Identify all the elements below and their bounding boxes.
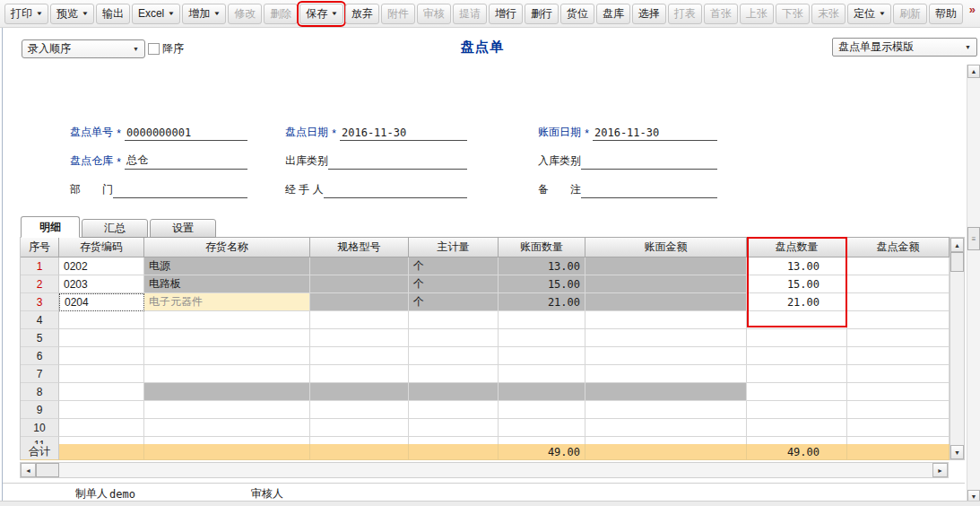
cell-spec[interactable] — [310, 311, 409, 329]
tab-detail[interactable]: 明细 — [21, 216, 80, 238]
cell-book_qty[interactable] — [499, 329, 585, 347]
toolbar-export-button[interactable]: 输出 — [96, 4, 130, 24]
cell-code[interactable]: 0202 — [59, 257, 144, 275]
toolbar-abandon-button[interactable]: 放弃 — [345, 4, 379, 24]
grid-vscroll-track[interactable] — [950, 272, 964, 445]
toolbar-save-button[interactable]: 保存▼ — [299, 4, 343, 24]
cell-code[interactable]: 0203 — [59, 275, 144, 293]
memo-input[interactable] — [581, 196, 717, 198]
cell-name[interactable] — [144, 401, 310, 419]
cell-unit[interactable] — [409, 347, 499, 365]
cell-count_qty[interactable]: 15.00 — [747, 275, 847, 293]
scroll-left-icon[interactable]: ◄ — [21, 463, 36, 477]
cell-count_amount[interactable] — [847, 293, 950, 311]
count-date-input[interactable]: 2016-11-30 — [340, 126, 467, 141]
cell-count_qty[interactable] — [747, 383, 847, 401]
cell-count_qty[interactable] — [747, 401, 847, 419]
cell-code[interactable] — [59, 365, 144, 383]
cell-count_amount[interactable] — [847, 329, 950, 347]
cell-count_amount[interactable] — [847, 437, 950, 444]
cell-book_amount[interactable] — [585, 419, 747, 437]
cell-count_qty[interactable] — [747, 365, 847, 383]
cell-count_qty[interactable] — [747, 311, 847, 329]
cell-count_amount[interactable] — [847, 383, 950, 401]
page-vscroll-thumb[interactable]: ≡ — [967, 227, 980, 250]
cell-count_amount[interactable] — [847, 275, 950, 293]
cell-name[interactable] — [144, 365, 310, 383]
cell-code[interactable] — [59, 401, 144, 419]
cell-spec[interactable] — [310, 347, 409, 365]
cell-book_qty[interactable] — [499, 437, 585, 444]
cell-spec[interactable] — [310, 437, 409, 444]
doc-number-input[interactable]: 0000000001 — [125, 126, 247, 141]
cell-book_amount[interactable] — [585, 437, 747, 444]
grid-hscroll-track[interactable] — [59, 463, 932, 477]
toolbar-excel-button[interactable]: Excel▼ — [132, 4, 180, 24]
cell-count_qty[interactable]: 13.00 — [747, 257, 847, 275]
warehouse-input[interactable]: 总仓 — [125, 153, 247, 170]
cell-book_qty[interactable] — [499, 347, 585, 365]
toolbar-print-button[interactable]: 打印▼ — [4, 4, 48, 24]
cell-spec[interactable] — [310, 419, 409, 437]
toolbar-stocktake-button[interactable]: 盘库 — [596, 4, 630, 24]
cell-name[interactable] — [144, 311, 310, 329]
cell-count_amount[interactable] — [847, 419, 950, 437]
cell-book_qty[interactable] — [499, 311, 585, 329]
page-vertical-scrollbar[interactable]: ▲ ≡ ▼ — [967, 65, 980, 503]
cell-spec[interactable] — [310, 401, 409, 419]
cell-name[interactable] — [144, 437, 310, 444]
scroll-down-icon[interactable]: ▼ — [950, 445, 964, 459]
toolbar-preview-button[interactable]: 预览▼ — [50, 4, 94, 24]
toolbar-select-button[interactable]: 选择 — [632, 4, 666, 24]
cell-book_amount[interactable] — [585, 365, 747, 383]
cell-count_amount[interactable] — [847, 257, 950, 275]
cell-book_qty[interactable] — [499, 419, 585, 437]
cell-count_qty[interactable] — [747, 419, 847, 437]
page-vscroll-track[interactable] — [967, 250, 980, 490]
cell-name[interactable] — [144, 419, 310, 437]
cell-code[interactable] — [59, 329, 144, 347]
tab-settings[interactable]: 设置 — [150, 219, 216, 238]
toolbar-goods-location-button[interactable]: 货位 — [560, 4, 594, 24]
cell-code[interactable] — [59, 347, 144, 365]
handler-input[interactable] — [324, 196, 467, 198]
toolbar-add-button[interactable]: 增加▼ — [182, 4, 226, 24]
cell-unit[interactable] — [409, 401, 499, 419]
page-vscroll-track[interactable] — [967, 78, 980, 227]
grid-vertical-scrollbar[interactable]: ▲ ▼ — [950, 237, 965, 460]
cell-name[interactable] — [144, 347, 310, 365]
cell-count_amount[interactable] — [847, 347, 950, 365]
toolbar-locate-button[interactable]: 定位▼ — [847, 4, 891, 24]
cell-code[interactable] — [59, 311, 144, 329]
grid-vscroll-thumb[interactable] — [950, 252, 964, 272]
cell-unit[interactable] — [409, 419, 499, 437]
cell-spec[interactable] — [310, 365, 409, 383]
cell-book_qty[interactable] — [499, 401, 585, 419]
toolbar-delete-row-button[interactable]: 删行 — [525, 4, 559, 24]
cell-count_qty[interactable]: 21.00 — [747, 293, 847, 311]
cell-unit[interactable] — [409, 437, 499, 444]
tab-summary[interactable]: 汇总 — [82, 219, 148, 238]
cell-code[interactable]: 0204 — [59, 293, 144, 311]
cell-unit[interactable] — [409, 329, 499, 347]
cell-book_amount[interactable] — [585, 311, 747, 329]
toolbar-help-button[interactable]: 帮助 — [929, 4, 963, 24]
cell-spec[interactable] — [310, 329, 409, 347]
cell-book_amount[interactable] — [585, 347, 747, 365]
cell-count_qty[interactable] — [747, 437, 847, 444]
grid-horizontal-scrollbar[interactable]: ◄ ► — [20, 462, 949, 478]
cell-count_amount[interactable] — [847, 365, 950, 383]
toolbar-add-row-button[interactable]: 增行 — [489, 4, 523, 24]
toolbar-overflow-icon[interactable]: » — [969, 3, 975, 16]
book-date-input[interactable]: 2016-11-30 — [593, 126, 717, 141]
cell-count_qty[interactable] — [747, 347, 847, 365]
grid-hscroll-thumb[interactable] — [36, 463, 59, 477]
cell-book_amount[interactable] — [585, 401, 747, 419]
cell-count_amount[interactable] — [847, 311, 950, 329]
outbound-type-input[interactable] — [328, 168, 467, 170]
inbound-type-input[interactable] — [581, 168, 717, 170]
cell-count_qty[interactable] — [747, 329, 847, 347]
cell-unit[interactable] — [409, 311, 499, 329]
scroll-up-icon[interactable]: ▲ — [950, 238, 964, 252]
scroll-right-icon[interactable]: ► — [932, 463, 948, 477]
